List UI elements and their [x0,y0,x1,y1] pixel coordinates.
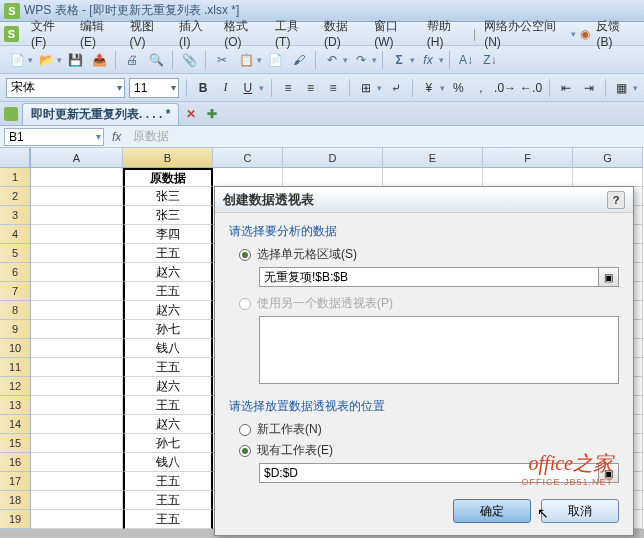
cell[interactable]: 王五 [123,491,213,510]
row-header[interactable]: 5 [0,244,30,263]
redo-icon[interactable]: ↷ [350,49,372,71]
row-header[interactable]: 1 [0,168,30,187]
cell[interactable] [31,377,123,396]
cell[interactable] [31,396,123,415]
row-header[interactable]: 6 [0,263,30,282]
cell[interactable] [283,168,383,187]
radio-new-sheet[interactable] [239,424,251,436]
cell[interactable]: 张三 [123,187,213,206]
ok-button[interactable]: 确定 [453,499,531,523]
row-header[interactable]: 15 [0,434,30,453]
cell[interactable]: 孙七 [123,434,213,453]
cell[interactable] [31,168,123,187]
label-select-range[interactable]: 选择单元格区域(S) [257,246,357,263]
menu-logo-icon[interactable]: S [4,26,19,42]
range-input-source[interactable] [259,267,599,287]
cell[interactable] [31,472,123,491]
document-tab[interactable]: 即时更新无重复列表. . . . * [22,103,179,125]
indent-dec-icon[interactable]: ⇤ [557,77,575,99]
wrap-icon[interactable]: ⤶ [386,77,404,99]
row-header[interactable]: 12 [0,377,30,396]
cell[interactable] [483,168,573,187]
menu-format[interactable]: 格式(O) [218,16,269,51]
cell[interactable] [31,434,123,453]
col-header-G[interactable]: G [573,148,643,168]
label-existing-sheet[interactable]: 现有工作表(E) [257,442,333,459]
cell[interactable] [383,168,483,187]
italic-button[interactable]: I [216,77,234,99]
cell[interactable] [31,339,123,358]
cell[interactable] [31,358,123,377]
cell[interactable]: 王五 [123,396,213,415]
tab-new-icon[interactable]: ✚ [203,107,221,121]
cell[interactable]: 赵六 [123,415,213,434]
row-header[interactable]: 17 [0,472,30,491]
cell[interactable]: 王五 [123,282,213,301]
paste-icon[interactable]: 📄 [264,49,286,71]
row-header[interactable]: 11 [0,358,30,377]
cell[interactable]: 王五 [123,472,213,491]
menu-edit[interactable]: 编辑(E) [74,16,124,51]
cell[interactable]: 赵六 [123,263,213,282]
col-header-D[interactable]: D [283,148,383,168]
menu-window[interactable]: 窗口(W) [368,16,421,51]
fontsize-combo[interactable]: 11 [129,78,179,98]
cell[interactable] [213,168,283,187]
menu-tools[interactable]: 工具(T) [269,16,318,51]
cell[interactable] [31,263,123,282]
align-left-icon[interactable]: ≡ [279,77,297,99]
col-header-E[interactable]: E [383,148,483,168]
dialog-help-icon[interactable]: ? [607,191,625,209]
sort-asc-icon[interactable]: A↓ [455,49,477,71]
fx-icon[interactable]: fx [104,130,129,144]
select-all-corner[interactable] [0,148,30,168]
fn-icon[interactable]: fx [417,49,439,71]
col-header-F[interactable]: F [483,148,573,168]
align-right-icon[interactable]: ≡ [324,77,342,99]
cell[interactable]: 钱八 [123,453,213,472]
row-header[interactable]: 19 [0,510,30,529]
cell[interactable] [31,415,123,434]
col-header-C[interactable]: C [213,148,283,168]
cell[interactable]: 钱八 [123,339,213,358]
row-header[interactable]: 9 [0,320,30,339]
menu-data[interactable]: 数据(D) [318,16,368,51]
currency-icon[interactable]: ¥ [420,77,438,99]
percent-icon[interactable]: % [449,77,467,99]
cell[interactable] [31,320,123,339]
cell[interactable] [31,206,123,225]
cell[interactable]: 赵六 [123,377,213,396]
dialog-titlebar[interactable]: 创建数据透视表 ? [215,187,633,213]
export-icon[interactable]: 📤 [88,49,110,71]
row-header[interactable]: 18 [0,491,30,510]
format-painter-icon[interactable]: 🖌 [288,49,310,71]
row-header[interactable]: 3 [0,206,30,225]
cell[interactable] [31,491,123,510]
cell[interactable] [31,225,123,244]
radio-existing-sheet[interactable] [239,445,251,457]
row-header[interactable]: 13 [0,396,30,415]
cell[interactable] [31,244,123,263]
open-icon[interactable]: 📂 [35,49,57,71]
inc-decimal-icon[interactable]: .0→ [494,77,516,99]
border-icon[interactable]: ▦ [613,77,631,99]
cell[interactable]: 李四 [123,225,213,244]
cell[interactable]: 王五 [123,244,213,263]
tab-close-icon[interactable]: ✕ [183,107,199,121]
copy-icon[interactable]: 📋 [235,49,257,71]
row-header[interactable]: 8 [0,301,30,320]
cell[interactable] [573,168,643,187]
cell[interactable]: 张三 [123,206,213,225]
cell[interactable]: 赵六 [123,301,213,320]
align-center-icon[interactable]: ≡ [301,77,319,99]
undo-icon[interactable]: ↶ [321,49,343,71]
menu-view[interactable]: 视图(V) [124,16,174,51]
cell[interactable] [31,301,123,320]
menu-help[interactable]: 帮助(H) [421,16,471,51]
cell[interactable] [31,282,123,301]
attach-icon[interactable]: 📎 [178,49,200,71]
name-box[interactable]: B1 [4,128,104,146]
merge-icon[interactable]: ⊞ [357,77,375,99]
row-header[interactable]: 16 [0,453,30,472]
font-combo[interactable]: 宋体 [6,78,125,98]
